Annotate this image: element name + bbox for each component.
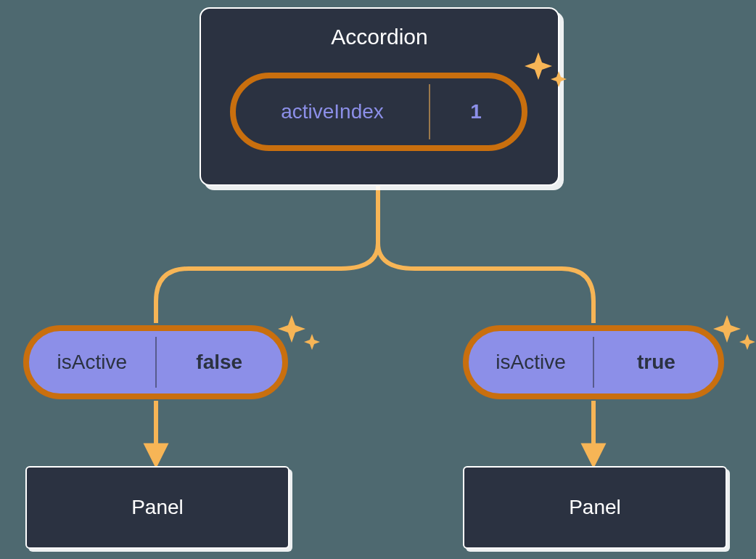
pill-divider [429,84,430,139]
child-component-left: Panel [25,466,289,549]
child-component-label-left: Panel [131,496,184,519]
child-prop-value-right: true [594,331,718,393]
child-prop-pill-left: isActive false [23,325,288,399]
child-component-right: Panel [463,466,727,549]
child-prop-name-right: isActive [469,331,593,393]
parent-state-name: activeIndex [236,78,429,145]
parent-component-title: Accordion [201,25,558,49]
child-prop-pill-right: isActive true [463,325,724,399]
pill-divider [155,337,157,388]
diagram-root: Accordion activeIndex 1 isActive false i… [0,0,756,559]
pill-divider [593,337,594,388]
child-prop-name-left: isActive [29,331,155,393]
child-prop-value-left: false [157,331,283,393]
parent-state-value: 1 [430,78,522,145]
child-component-label-right: Panel [569,496,621,519]
parent-state-pill: activeIndex 1 [230,73,527,151]
parent-component-card: Accordion activeIndex 1 [200,7,559,186]
